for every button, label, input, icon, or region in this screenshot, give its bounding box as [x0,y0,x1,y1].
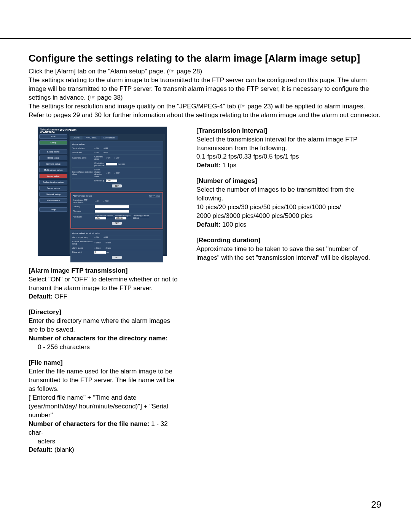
sidebar-alarm[interactable]: Alarm setup [39,174,67,178]
sidebar-setup-menu[interactable]: Setup menu [39,149,67,154]
file-body2: ["Entered file name" + "Time and date (y… [29,394,178,420]
intro-p3b: ) will be applied to alarm images. [271,103,365,110]
panel-alarm-image: Alarm image setup To FTP setup Alarm ima… [70,192,163,229]
intro-p1a: Click the [Alarm] tab on the "Alarm setu… [29,68,169,75]
page-title: Configure the settings relating to the a… [29,52,382,64]
interval-default-label: Default: [196,162,220,169]
set-button-2[interactable]: SET [112,222,122,225]
intro-p1b: ) [200,68,202,75]
sidebar-server[interactable]: Server setup [39,186,67,191]
intro-p3a: The settings for resolution and image qu… [29,103,240,110]
sidebar-setup[interactable]: Setup [39,140,67,145]
to-ftp-link[interactable]: To FTP setup [149,195,160,197]
panel-alarm-setup: Alarm setup Terminal alarmONOFF VMD alar… [70,141,163,191]
intro-block: Click the [Alarm] tab on the "Alarm setu… [29,67,382,120]
set-button-3[interactable]: SET [112,256,122,259]
file-default-label: Default: [29,446,53,453]
ftp-body: Select "ON" or "OFF" to determine whethe… [29,275,178,293]
section-duration: [Recording duration] Approximate time to… [196,236,382,262]
sidebar-help[interactable]: Help [39,207,67,212]
set-button-1[interactable]: SET [112,184,122,187]
ref-page23: ☞ page 23 [240,103,271,110]
interval-label: [Transmission interval] [196,127,382,135]
ftp-label: [Alarm image FTP transmission] [29,267,178,275]
dir-chars-value: 0 - 256 characters [29,343,178,352]
dir-chars-label: Number of characters for the directory n… [29,334,178,343]
intro-p2b: ) [121,94,123,101]
file-body1: Enter the file name used for the alarm i… [29,367,178,394]
tab-vmd[interactable]: VMD area [83,136,100,140]
sidebar-multi[interactable]: Multi-screen setup [39,168,67,172]
sidebar-network[interactable]: Network setup [39,192,67,197]
images-body: Select the number of images to be transm… [196,186,382,203]
page-number: 29 [371,499,381,510]
images-options1: 10 pics/20 pics/30 pics/50 pics/100 pics… [196,203,382,212]
interval-default-value: 1 fps [220,162,236,169]
dir-body: Enter the directory name where the alarm… [29,317,178,334]
duration-body: Approximate time to be taken to save the… [196,245,382,262]
section-directory: [Directory] Enter the directory name whe… [29,308,178,352]
images-label: [Number of images] [196,177,382,186]
section-images: [Number of images] Select the number of … [196,177,382,229]
section-filename: [File name] Enter the file name used for… [29,359,178,454]
sidebar-camera[interactable]: Camera setup [39,162,67,166]
tab-notif[interactable]: Notification [100,136,118,140]
sidebar-maint[interactable]: Maintenance [39,198,67,203]
ref-page38: ☞ page 38 [90,94,121,101]
file-chars-label: Number of characters for the file name: [29,420,149,427]
intro-p4: Refer to pages 29 and 30 for further inf… [29,111,382,120]
panel-alarm-output: Alarm output terminal setup Alarm output… [70,230,163,262]
images-default-label: Default: [196,221,220,228]
sidebar-auth[interactable]: Authentication setup [39,180,67,184]
section-interval: [Transmission interval] Select the trans… [196,127,382,170]
file-default-value: (blank) [53,446,74,453]
interval-options: 0.1 fps/0.2 fps/0.33 fps/0.5 fps/1 fps [196,152,382,161]
ftp-default-label: Default: [29,293,53,300]
interval-body: Select the transmission interval for the… [196,135,382,153]
sidebar-basic[interactable]: Basic setup [39,156,67,160]
dir-label: [Directory] [29,308,178,317]
file-label: [File name] [29,359,178,367]
ftp-default-value: OFF [53,293,67,300]
duration-label: [Recording duration] [196,236,382,245]
images-default-value: 100 pics [220,221,246,228]
tab-alarm[interactable]: Alarm [70,136,83,140]
ref-page28: ☞ page 28 [169,68,200,75]
images-options2: 2000 pics/3000 pics/4000 pics/5000 pics [196,212,382,221]
sidebar-live[interactable]: Live [39,134,67,139]
settings-screenshot: Network cameraWV-NP1004 WV-NP1004 Live S… [38,127,167,256]
intro-p2a: The settings relating to the alarm image… [29,76,369,101]
section-ftp: [Alarm image FTP transmission] Select "O… [29,267,178,302]
